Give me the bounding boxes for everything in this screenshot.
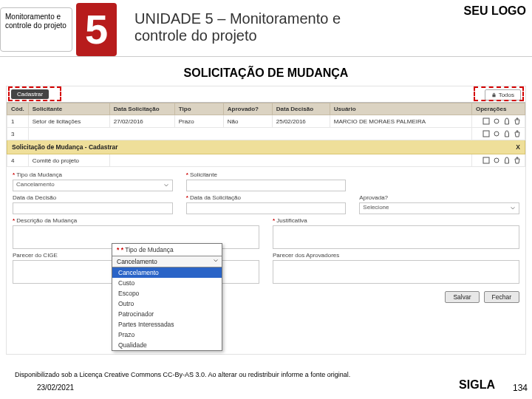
header-divider bbox=[0, 56, 532, 57]
label-justificativa: Justificativa bbox=[273, 217, 519, 224]
label-descricao: Descrição da Mudança bbox=[13, 217, 259, 224]
textarea-parecer-aprov[interactable] bbox=[273, 260, 519, 284]
cell-tipo: Prazo bbox=[174, 115, 223, 128]
col-data-dec: Data Decisão bbox=[272, 103, 330, 115]
close-icon[interactable]: X bbox=[516, 143, 520, 151]
svg-point-3 bbox=[494, 132, 499, 136]
cell-data-sol: 27/02/2016 bbox=[109, 115, 174, 128]
label-tipo-mudanca: Tipo da Mudança bbox=[13, 171, 173, 178]
cell-empty bbox=[109, 154, 471, 167]
cell-solicitante: Comitê do projeto bbox=[28, 154, 109, 167]
cadastrar-tab[interactable]: Cadastrar bbox=[11, 89, 49, 99]
table-row[interactable]: 4 Comitê do projeto bbox=[7, 154, 525, 167]
dropdown-select[interactable]: Cancelamento bbox=[112, 256, 222, 267]
col-tipo: Tipo bbox=[174, 103, 223, 115]
textarea-justificativa[interactable] bbox=[273, 225, 519, 249]
input-solicitante[interactable] bbox=[186, 180, 347, 191]
label-data-decisao: Data da Decisão bbox=[13, 194, 173, 201]
svg-point-1 bbox=[494, 119, 499, 123]
close-button[interactable]: Fechar bbox=[484, 291, 519, 303]
subform-title-bar: Solicitação de Mudança - Cadastrar X bbox=[7, 140, 525, 154]
delete-icon[interactable] bbox=[514, 130, 521, 137]
cell-ops bbox=[472, 154, 525, 167]
license-text: Disponibilizado sob a Licença Creative C… bbox=[15, 371, 429, 378]
dropdown-option[interactable]: Custo bbox=[112, 278, 222, 288]
unit-label-box: Monitoramento e controle do projeto bbox=[0, 7, 72, 52]
table-row[interactable]: 1 Setor de licitações 27/02/2016 Prazo N… bbox=[7, 115, 525, 128]
view-icon[interactable] bbox=[493, 130, 500, 137]
edit-icon[interactable] bbox=[482, 130, 490, 137]
form-buttons: Salvar Fechar bbox=[7, 288, 525, 306]
cell-empty bbox=[28, 128, 471, 140]
footer-date: 23/02/2021 bbox=[37, 383, 74, 392]
tipo-mudanca-dropdown: * Tipo de Mudança Cancelamento Cancelame… bbox=[112, 243, 222, 351]
todos-button[interactable]: Todos bbox=[485, 89, 521, 100]
dropdown-selected: Cancelamento bbox=[117, 258, 157, 265]
input-data-solicitacao[interactable] bbox=[186, 202, 347, 214]
cell-cod: 4 bbox=[7, 154, 29, 167]
col-aprovado: Aprovado? bbox=[223, 103, 272, 115]
chevron-down-icon bbox=[510, 205, 516, 213]
app-screenshot: Cadastrar Todos Cód. Solicitante Data So… bbox=[6, 86, 526, 355]
dropdown-option[interactable]: Cancelamento bbox=[112, 267, 222, 278]
delete-icon[interactable] bbox=[514, 157, 521, 164]
subform-title: Solicitação de Mudança - Cadastrar bbox=[12, 143, 118, 151]
table-row[interactable]: 3 bbox=[7, 128, 525, 140]
lock-icon[interactable] bbox=[503, 157, 511, 164]
svg-point-5 bbox=[494, 158, 499, 163]
cell-solicitante: Setor de licitações bbox=[28, 115, 109, 128]
col-cod: Cód. bbox=[7, 103, 29, 115]
dropdown-option[interactable]: Qualidade bbox=[112, 340, 222, 350]
cell-usuario: MARCIO DE MORAES PALMEIRA bbox=[330, 115, 471, 128]
section-title: SOLICITAÇÃO DE MUDANÇA bbox=[0, 66, 532, 80]
cell-ops bbox=[472, 115, 525, 128]
select-value: Selecione bbox=[363, 204, 389, 211]
view-icon[interactable] bbox=[493, 117, 500, 125]
label-parecer-aprov: Parecer dos Aprovadores bbox=[273, 252, 519, 259]
dropdown-option[interactable]: Patrocinador bbox=[112, 309, 222, 319]
select-aprovada[interactable]: Selecione bbox=[359, 202, 519, 214]
select-tipo-mudanca[interactable]: Cancelamento bbox=[13, 180, 173, 191]
col-operacoes: Operações bbox=[472, 103, 525, 115]
cell-cod: 1 bbox=[7, 115, 29, 128]
unit-title: UNIDADE 5 – Monitoramento e controle do … bbox=[134, 10, 393, 44]
label-data-solicitacao: Data da Solicitação bbox=[186, 194, 347, 201]
dropdown-label: * Tipo de Mudança bbox=[112, 244, 222, 256]
save-button[interactable]: Salvar bbox=[445, 291, 479, 303]
col-usuario: Usuário bbox=[330, 103, 471, 115]
logo-placeholder: SEU LOGO bbox=[464, 4, 526, 18]
dropdown-option[interactable]: Partes Interessadas bbox=[112, 319, 222, 330]
edit-icon[interactable] bbox=[482, 157, 490, 164]
edit-icon[interactable] bbox=[482, 117, 490, 125]
lock-icon[interactable] bbox=[503, 117, 511, 125]
toolbar: Cadastrar Todos bbox=[7, 86, 525, 103]
svg-rect-4 bbox=[483, 157, 489, 163]
label-aprovada: Aprovada? bbox=[359, 194, 519, 201]
delete-icon[interactable] bbox=[514, 117, 521, 125]
dropdown-list: Cancelamento Custo Escopo Outro Patrocin… bbox=[112, 267, 222, 350]
cell-data-dec: 25/02/2016 bbox=[272, 115, 330, 128]
chevron-down-icon bbox=[163, 183, 169, 190]
col-data-sol: Data Solicitação bbox=[109, 103, 174, 115]
select-value: Cancelamento bbox=[16, 181, 55, 188]
footer-sigla: SIGLA bbox=[459, 378, 495, 392]
dropdown-option[interactable]: Escopo bbox=[112, 288, 222, 299]
change-form: Tipo da Mudança Cancelamento Solicitante… bbox=[7, 167, 525, 288]
dropdown-option[interactable]: Prazo bbox=[112, 330, 222, 340]
input-data-decisao[interactable] bbox=[13, 202, 173, 214]
lock-icon[interactable] bbox=[503, 130, 511, 137]
unit-number: 5 bbox=[76, 3, 117, 56]
changes-table: Cód. Solicitante Data Solicitação Tipo A… bbox=[7, 103, 525, 167]
page-number: 134 bbox=[513, 383, 528, 393]
dropdown-option[interactable]: Outro bbox=[112, 299, 222, 309]
table-header-row: Cód. Solicitante Data Solicitação Tipo A… bbox=[7, 103, 525, 115]
lock-icon bbox=[491, 92, 497, 98]
chevron-down-icon bbox=[213, 258, 219, 265]
cell-ops bbox=[472, 128, 525, 140]
slide-header: Monitoramento e controle do projeto 5 UN… bbox=[0, 3, 532, 61]
label-solicitante: Solicitante bbox=[186, 171, 347, 178]
col-solicitante: Solicitante bbox=[28, 103, 109, 115]
svg-rect-2 bbox=[483, 131, 489, 137]
cell-aprovado: Não bbox=[223, 115, 272, 128]
view-icon[interactable] bbox=[493, 157, 500, 164]
